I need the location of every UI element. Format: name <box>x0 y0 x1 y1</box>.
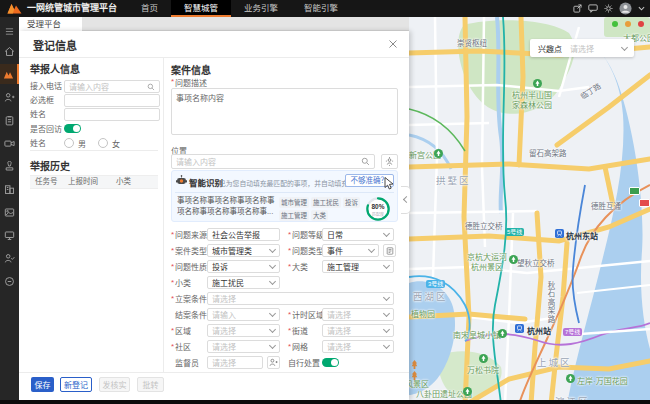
problem-type-select[interactable]: 事件 <box>322 244 379 257</box>
tag: 城市管理 <box>279 197 309 208</box>
mouse-cursor <box>384 177 396 190</box>
case-type-select[interactable]: 城市管理类 <box>207 244 280 257</box>
map-label-zuoan-garden: 左岸·万国花园 <box>577 375 628 386</box>
divider <box>163 57 164 372</box>
poi-select[interactable]: 兴趣点 请选择 <box>530 39 634 57</box>
name-input[interactable] <box>64 108 160 121</box>
field-label-nature: *问题性质 <box>171 260 207 273</box>
major-category-select[interactable]: 施工管理 <box>322 260 394 273</box>
catalog-button[interactable] <box>383 244 396 257</box>
app-logo-icon <box>7 3 22 14</box>
location-input[interactable]: 请输入内容 <box>171 154 375 169</box>
field-label-region: *区域 <box>171 324 191 337</box>
tag: 大类 <box>311 210 328 221</box>
nav-ai-engine[interactable]: 智能引擎 <box>291 0 351 17</box>
metro-line-chip: 5号线 <box>505 228 524 236</box>
search-icon[interactable] <box>361 157 370 166</box>
problem-level-select[interactable]: 日常 <box>322 228 394 241</box>
self-dispose-toggle[interactable] <box>322 358 339 367</box>
radio-female-label: 女 <box>112 138 120 149</box>
minor-category-select[interactable]: 施工扰民 <box>207 276 280 289</box>
avatar[interactable] <box>619 2 632 15</box>
name-label: 姓名 <box>30 108 46 121</box>
save-button[interactable]: 保存 <box>31 377 54 392</box>
required-box-label: 必选框 <box>30 94 54 107</box>
problem-nature-select[interactable]: 投诉 <box>207 260 280 273</box>
map-label-southern-song-town: 南宋皇城小镇 <box>453 329 501 340</box>
close-icon[interactable] <box>388 39 398 49</box>
ai-tags: 城市管理 施工扰民 投诉 施工管理 大类 <box>279 197 363 223</box>
filing-condition-select[interactable]: 请选择 <box>207 292 394 305</box>
field-label-minor: *小类 <box>171 276 191 289</box>
nav-smart-city[interactable]: 智慧城管 <box>171 0 231 17</box>
supervisor-input[interactable]: 请选择 <box>207 356 263 369</box>
gear-icon[interactable] <box>604 4 613 13</box>
transfer-button[interactable]: 批转 <box>137 377 164 392</box>
menu-icon[interactable] <box>0 21 19 41</box>
desc-textarea[interactable]: 事项名称内容 <box>171 88 398 135</box>
radio-male[interactable] <box>64 138 74 148</box>
field-label-grid: *网格 <box>288 340 308 353</box>
sidebar-item-stamp[interactable] <box>0 156 19 176</box>
history-heading: 举报历史 <box>30 158 70 173</box>
grid-select[interactable]: 请选择 <box>322 340 394 353</box>
phone-input[interactable]: 请输入内容 <box>64 80 160 93</box>
sidebar-item-camera[interactable] <box>0 133 19 153</box>
search-icon[interactable] <box>147 83 155 91</box>
sidebar-item-circle-minus[interactable] <box>0 271 19 291</box>
radio-female[interactable] <box>98 138 108 148</box>
sidebar-item-home[interactable] <box>0 41 19 61</box>
ai-robot-icon <box>176 175 187 187</box>
locate-button[interactable] <box>381 154 398 169</box>
sidebar-item-user-add[interactable] <box>0 87 19 107</box>
callback-toggle[interactable] <box>64 124 81 133</box>
panel-collapse-handle[interactable] <box>401 186 411 214</box>
sidebar-item-building[interactable] <box>0 179 19 199</box>
park-icon <box>434 149 443 158</box>
chevron-down-icon[interactable] <box>638 6 645 11</box>
main-nav: 首页 智慧城管 业务引擎 智能引擎 <box>128 0 351 17</box>
registration-panel: 登记信息 举报人信息 接入电话 请输入内容 必选框 姓名 是否回访 姓名 男 女 <box>19 31 409 400</box>
case-heading: 案件信息 <box>171 62 211 77</box>
metro-station-icon <box>555 229 564 238</box>
window-bottom-edge <box>0 400 650 404</box>
map-label-qiushi-elevated-road: 秋石高架路 <box>545 281 556 324</box>
gender-label: 姓名 <box>30 137 46 150</box>
community-select[interactable]: 请选择 <box>207 340 280 353</box>
assign-person-button[interactable] <box>267 356 280 369</box>
map-label-liushi-elevated-road: 留石高架路 <box>529 147 567 158</box>
closing-condition-select[interactable]: 请输入 <box>207 308 280 321</box>
required-box-input[interactable] <box>64 94 160 107</box>
nav-home[interactable]: 首页 <box>128 0 171 17</box>
field-label-case-type: *案件类型 <box>171 244 207 257</box>
message-icon[interactable] <box>588 4 598 13</box>
status-dot-orange <box>625 21 631 27</box>
street-select[interactable]: 请选择 <box>322 324 394 337</box>
topbar-actions <box>573 0 645 17</box>
park-icon <box>479 354 488 363</box>
sidebar-item-monitor[interactable] <box>0 225 19 245</box>
region-select[interactable]: 请选择 <box>207 324 280 337</box>
external-link-icon[interactable] <box>573 4 582 13</box>
match-label: 匹配度 <box>372 211 384 217</box>
timing-area-select[interactable]: 请选择 <box>322 308 394 321</box>
park-icon <box>533 79 542 88</box>
col-task-no: 任务号 <box>35 176 58 188</box>
sidebar-item-gallery[interactable] <box>0 202 19 222</box>
sidebar-item-city-management[interactable] <box>0 64 19 84</box>
map-label-hangzhou-station: 杭州站 <box>527 325 551 336</box>
col-subcategory: 小类 <box>116 176 131 188</box>
new-registration-button[interactable]: 新登记 <box>60 377 92 392</box>
sidebar-item-user-check[interactable] <box>0 248 19 268</box>
tabbar: 受理平台 <box>19 17 409 31</box>
field-label-major: *大类 <box>288 260 308 273</box>
person-add-icon <box>269 358 278 367</box>
field-label-self-dispose: 自行处置 <box>288 356 320 369</box>
problem-source-input[interactable]: 社会公告举报 <box>207 228 280 241</box>
send-verify-button[interactable]: 发核实 <box>99 377 130 392</box>
map[interactable]: 大都公园 崇贤枢纽 临丁路 杭州半山国家森林公园 新宫公园 留石高架路 拱墅区 … <box>409 17 650 404</box>
nav-business-engine[interactable]: 业务引擎 <box>231 0 291 17</box>
sidebar-item-clipboard[interactable] <box>0 110 19 130</box>
tab-accept-platform[interactable]: 受理平台 <box>19 17 82 31</box>
ai-matched-item-text: 事项名称事项名称事项名称事项名称事项名称事项名称事... <box>177 196 277 218</box>
